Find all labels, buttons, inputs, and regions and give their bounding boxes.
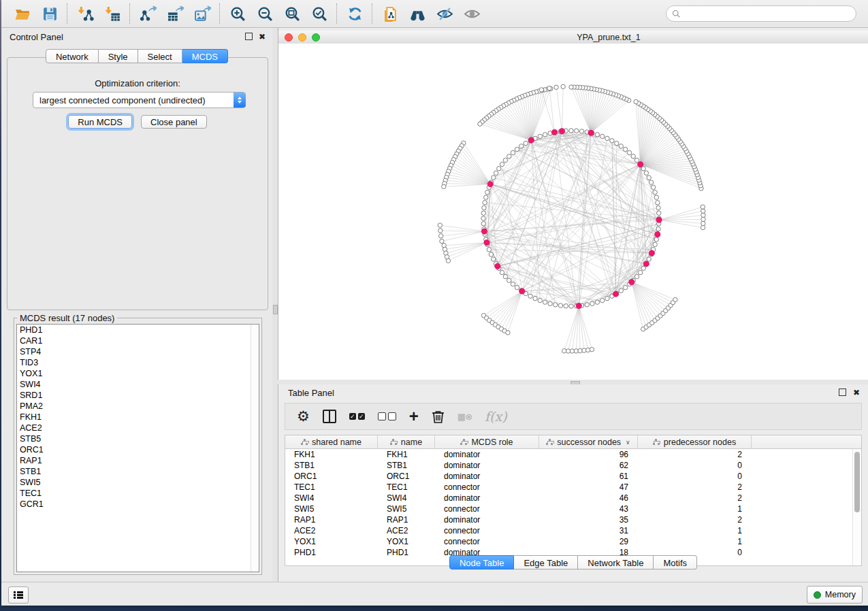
network-node[interactable] [494, 171, 498, 175]
optimization-criterion-dropdown[interactable]: largest connected component (undirected) [33, 92, 246, 108]
mcds-hub-node[interactable] [655, 231, 660, 237]
network-node[interactable] [595, 133, 599, 137]
network-node[interactable] [656, 227, 660, 231]
network-node[interactable] [539, 88, 543, 92]
network-node[interactable] [485, 190, 489, 194]
network-node[interactable] [554, 85, 558, 89]
network-node[interactable] [538, 134, 542, 138]
memory-button[interactable]: Memory [807, 586, 863, 604]
network-node[interactable] [438, 223, 442, 227]
network-node[interactable] [511, 282, 515, 286]
network-node[interactable] [442, 184, 446, 188]
network-node[interactable] [701, 209, 705, 213]
network-node[interactable] [533, 296, 537, 300]
column-header-predecessor-nodes[interactable]: predecessor nodes [638, 435, 752, 448]
clone-network-icon[interactable] [381, 5, 399, 22]
result-node-item[interactable]: YOX1 [17, 368, 259, 379]
table-row[interactable]: TEC1TEC1connector472 [285, 482, 861, 493]
table-row[interactable]: ACE2ACE2connector311 [285, 525, 861, 536]
run-mcds-button[interactable]: Run MCDS [68, 115, 132, 129]
network-node[interactable] [561, 84, 565, 88]
zoom-out-icon[interactable] [256, 5, 274, 22]
gear-icon[interactable]: ⚙ [297, 408, 310, 425]
network-node[interactable] [585, 303, 589, 307]
select-all-checkbox-icon[interactable]: ✓✓ [349, 408, 365, 425]
column-header-name[interactable]: name [378, 435, 435, 448]
mcds-hub-node[interactable] [559, 129, 564, 134]
zoom-in-icon[interactable] [229, 5, 246, 22]
show-panels-list-button[interactable] [8, 587, 29, 604]
horizontal-splitter[interactable] [278, 380, 868, 384]
network-node[interactable] [511, 150, 515, 154]
table-row[interactable]: RAP1RAP1dominator352 [285, 514, 861, 525]
network-node[interactable] [506, 331, 510, 335]
result-node-item[interactable]: SWI5 [17, 477, 259, 488]
result-node-item[interactable]: RAP1 [17, 455, 259, 466]
tab-motifs[interactable]: Motifs [654, 555, 697, 569]
close-panel-icon[interactable]: ✖ [259, 33, 266, 40]
mcds-hub-node[interactable] [551, 129, 557, 135]
network-node[interactable] [615, 141, 619, 145]
result-node-item[interactable]: CAR1 [17, 335, 259, 346]
close-window-traffic-light[interactable] [285, 33, 293, 42]
network-node[interactable] [515, 285, 519, 289]
mcds-hub-node[interactable] [495, 263, 500, 269]
search-input[interactable] [666, 5, 856, 22]
network-node[interactable] [623, 285, 627, 289]
network-node[interactable] [653, 190, 657, 194]
mcds-hub-node[interactable] [649, 250, 654, 256]
network-node[interactable] [651, 185, 655, 189]
network-node[interactable] [489, 252, 493, 257]
network-node[interactable] [654, 195, 658, 199]
network-node[interactable] [605, 296, 609, 300]
mcds-hub-node[interactable] [656, 217, 662, 222]
mcds-result-list[interactable]: PHD1CAR1STP4TID3YOX1SWI4SRD1PMA2FKH1ACE2… [16, 324, 259, 572]
network-node[interactable] [654, 237, 658, 242]
network-node[interactable] [600, 298, 605, 302]
mcds-hub-node[interactable] [613, 291, 618, 297]
network-node[interactable] [558, 303, 562, 308]
tab-mcds[interactable]: MCDS [182, 49, 228, 63]
network-node[interactable] [610, 139, 614, 143]
network-node[interactable] [492, 257, 496, 261]
network-node[interactable] [634, 274, 639, 278]
network-node[interactable] [579, 129, 583, 133]
mcds-hub-node[interactable] [643, 261, 649, 267]
network-node[interactable] [569, 129, 573, 133]
network-node[interactable] [634, 99, 638, 103]
network-node[interactable] [701, 213, 705, 217]
import-table-icon[interactable] [103, 5, 121, 22]
network-graph[interactable] [278, 44, 868, 380]
result-node-item[interactable]: STB5 [17, 433, 259, 444]
network-node[interactable] [595, 300, 599, 304]
network-node[interactable] [701, 225, 705, 229]
result-node-item[interactable]: SRD1 [17, 390, 259, 401]
table-scrollbar[interactable] [852, 449, 861, 565]
mcds-hub-node[interactable] [519, 288, 525, 294]
import-network-icon[interactable] [76, 5, 94, 22]
result-node-item[interactable]: STB1 [17, 466, 259, 477]
zoom-selected-icon[interactable] [310, 5, 328, 22]
network-node[interactable] [438, 229, 443, 233]
network-node[interactable] [481, 216, 485, 220]
split-columns-icon[interactable] [323, 408, 336, 425]
mcds-hub-node[interactable] [487, 181, 493, 186]
mcds-hub-node[interactable] [481, 229, 487, 234]
network-node[interactable] [519, 144, 524, 148]
mcds-hub-node[interactable] [588, 130, 594, 135]
close-panel-button[interactable]: Close panel [141, 115, 207, 129]
result-node-item[interactable]: PMA2 [17, 401, 259, 412]
maximize-window-traffic-light[interactable] [312, 33, 320, 42]
result-node-item[interactable]: STP4 [17, 346, 259, 357]
mcds-hub-node[interactable] [629, 279, 634, 284]
network-node[interactable] [649, 180, 653, 184]
network-node[interactable] [478, 122, 482, 126]
network-node[interactable] [638, 270, 642, 274]
network-node[interactable] [590, 301, 594, 306]
network-node[interactable] [575, 129, 579, 133]
network-node[interactable] [641, 167, 645, 171]
delete-column-icon[interactable] [432, 408, 445, 425]
result-node-item[interactable]: PHD1 [17, 325, 259, 335]
scrollbar-thumb[interactable] [854, 452, 860, 512]
network-node[interactable] [647, 257, 651, 261]
